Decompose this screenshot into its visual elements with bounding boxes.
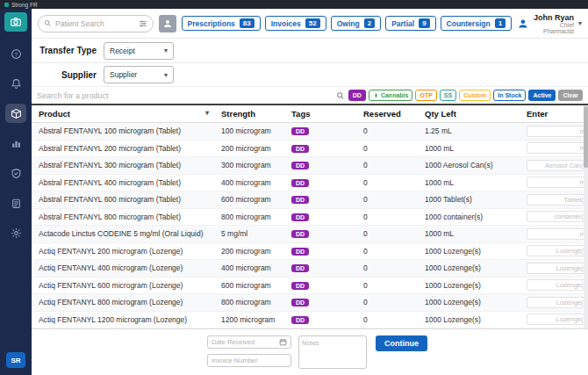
cell-reserved: 0 [363, 247, 425, 256]
filter-tag-label: Custom [463, 92, 486, 98]
quantity-input[interactable] [527, 160, 588, 171]
quantity-input[interactable] [527, 194, 588, 206]
quantity-input[interactable] [527, 297, 588, 308]
transfer-type-select[interactable]: Receipt ▾ [104, 42, 174, 60]
cell-qty-left: 1000 container(s) [425, 213, 527, 221]
calendar-icon[interactable] [279, 338, 287, 346]
cell-product: Abstral FENTANYL 800 microgram (Tablet) [32, 213, 221, 221]
filter-sliders-icon[interactable] [139, 19, 147, 28]
quantity-input[interactable] [527, 245, 588, 256]
dd-tag-badge: DD [291, 213, 309, 221]
table-row[interactable]: Abstral FENTANYL 400 microgram (Tablet) … [32, 175, 583, 192]
cell-strength: 400 microgram [221, 263, 291, 272]
dd-tag-badge: DD [291, 145, 309, 153]
filter-tag-button[interactable]: OTP [415, 90, 436, 101]
table-row[interactable]: Actiq FENTANYL 200 microgram (Lozenge) 2… [32, 243, 583, 261]
filter-tag-button[interactable]: Cannabis [369, 90, 413, 101]
filter-tag-button[interactable]: Active [528, 90, 556, 101]
shield-check-icon[interactable] [5, 163, 26, 183]
cell-strength: 100 microgram [221, 126, 291, 135]
quantity-input[interactable] [527, 177, 588, 188]
dd-tag-badge: DD [291, 248, 309, 256]
scrollbar-thumb[interactable] [584, 106, 588, 168]
help-icon[interactable]: ? [5, 44, 26, 63]
quantity-input[interactable] [527, 142, 588, 154]
notes-textarea[interactable] [298, 335, 367, 369]
product-search-row: DD Cannabis OTP SS [32, 86, 588, 105]
patient-avatar-button[interactable] [159, 15, 176, 32]
chart-icon[interactable] [5, 133, 26, 153]
clipboard-icon[interactable] [5, 193, 26, 213]
cell-strength: 200 microgram [221, 144, 291, 153]
patient-search-input[interactable] [55, 19, 135, 28]
quantity-input[interactable] [527, 263, 588, 274]
table-row[interactable]: Actacode Linctus CODEINE 5 mg/ml (Oral L… [32, 226, 583, 243]
table-row[interactable]: Abstral FENTANYL 300 microgram (Tablet) … [32, 157, 583, 175]
invoice-number-field[interactable] [207, 354, 291, 367]
quantity-input[interactable] [527, 314, 588, 325]
bell-icon[interactable] [5, 74, 26, 93]
table-row[interactable]: Abstral FENTANYL 600 microgram (Tablet) … [32, 191, 583, 209]
date-received-field[interactable] [207, 335, 291, 349]
quantity-input[interactable] [527, 279, 588, 291]
table-row[interactable]: Actiq FENTANYL 1200 microgram (Lozenge) … [32, 312, 583, 329]
filter-tag-button[interactable]: DD [348, 90, 366, 101]
table-row[interactable]: Actiq FENTANYL 400 microgram (Lozenge) 4… [32, 260, 583, 278]
filter-tag-button[interactable]: SS [440, 90, 456, 101]
queue-nav-button[interactable]: Invoices 52 [265, 16, 326, 31]
dd-tag-badge: DD [291, 264, 309, 272]
col-qty-left[interactable]: Qty Left [425, 109, 527, 119]
cell-strength: 600 microgram [221, 281, 291, 290]
cell-product: Abstral FENTANYL 100 microgram (Tablet) [32, 126, 221, 135]
quantity-input[interactable] [527, 211, 588, 222]
continue-button[interactable]: Continue [376, 335, 427, 351]
filter-tag-label: OTP [419, 92, 432, 98]
supplier-value: Supplier [110, 70, 137, 79]
cell-reserved: 0 [363, 263, 425, 272]
cell-strength: 1200 microgram [221, 315, 291, 324]
cell-qty-left: 1.25 mL [425, 126, 527, 135]
col-strength[interactable]: Strength [221, 109, 291, 119]
cell-reserved: 0 [363, 229, 425, 238]
transfer-type-row: Transfer Type Receipt ▾ [32, 39, 588, 63]
cell-strength: 300 microgram [221, 161, 291, 169]
filter-tag-label: Cannabis [381, 92, 409, 98]
table-scrollbar[interactable] [584, 105, 588, 328]
gear-icon[interactable] [5, 223, 26, 242]
cell-qty-left: 1000 Lozenge(s) [425, 315, 527, 324]
supplier-select[interactable]: Supplier ▾ [104, 66, 174, 83]
user-menu[interactable]: John Ryan Chief Pharmacist ▾ [517, 13, 582, 34]
table-row[interactable]: Abstral FENTANYL 200 microgram (Tablet) … [32, 141, 583, 158]
invoice-number-input[interactable] [212, 357, 287, 364]
package-icon[interactable] [5, 104, 26, 123]
col-reserved[interactable]: Reserved [363, 109, 425, 119]
cell-product: Actiq FENTANYL 800 microgram (Lozenge) [32, 298, 221, 306]
filter-tag-button[interactable]: Custom [459, 90, 491, 101]
col-product[interactable]: Product [39, 109, 70, 119]
filter-tag-button[interactable]: In Stock [493, 90, 526, 101]
date-received-input[interactable] [212, 338, 276, 346]
patient-search[interactable] [38, 15, 154, 32]
product-search-input[interactable] [37, 91, 333, 100]
queue-nav-button[interactable]: Partial 9 [385, 16, 435, 31]
queue-nav-button[interactable]: Owing 2 [331, 16, 381, 31]
cell-qty-left: 1000 mL [425, 144, 527, 153]
table-row[interactable]: Abstral FENTANYL 100 microgram (Tablet) … [32, 123, 583, 141]
filter-tag-button[interactable]: Clear [558, 90, 583, 101]
search-icon [336, 91, 345, 100]
app-logo-badge[interactable]: SR [6, 352, 25, 368]
quantity-input[interactable] [527, 228, 588, 240]
camera-icon[interactable] [4, 12, 27, 32]
table-row[interactable]: Actiq FENTANYL 600 microgram (Lozenge) 6… [32, 278, 583, 295]
quantity-input[interactable] [527, 126, 588, 137]
queue-nav-button[interactable]: Prescriptions 83 [182, 16, 261, 31]
queue-nav-label: Invoices [271, 19, 301, 28]
col-tags[interactable]: Tags [291, 109, 363, 119]
table-row[interactable]: Actiq FENTANYL 800 microgram (Lozenge) 8… [32, 294, 583, 312]
col-enter: Enter [527, 109, 583, 119]
sort-icon[interactable]: ▾ [205, 109, 209, 119]
queue-nav-button[interactable]: Countersign 1 [441, 16, 513, 31]
cell-reserved: 0 [363, 126, 425, 135]
table-row[interactable]: Abstral FENTANYL 800 microgram (Tablet) … [32, 209, 583, 227]
cell-qty-left: 1000 mL [425, 229, 527, 238]
